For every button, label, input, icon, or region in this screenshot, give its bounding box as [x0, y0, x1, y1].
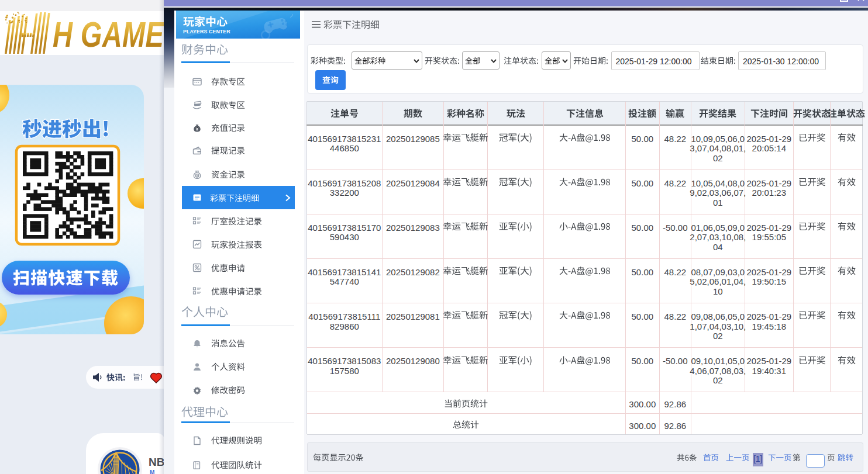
- svg-text:H GAME: H GAME: [53, 14, 165, 55]
